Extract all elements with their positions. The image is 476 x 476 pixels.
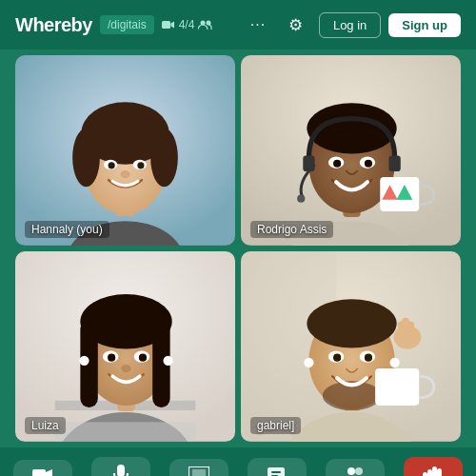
svg-point-46 xyxy=(121,365,130,372)
svg-rect-60 xyxy=(375,368,419,406)
room-name: /digitais xyxy=(108,18,147,31)
svg-point-40 xyxy=(79,356,89,366)
login-button[interactable]: Log in xyxy=(319,12,381,38)
cam-icon xyxy=(32,467,53,476)
tile-hannaly: Hannaly (you) xyxy=(15,55,235,246)
svg-rect-67 xyxy=(32,469,46,476)
svg-point-77 xyxy=(347,467,355,475)
svg-point-14 xyxy=(120,170,129,178)
participant-count: 4/4 xyxy=(162,18,214,31)
svg-point-59 xyxy=(365,353,372,361)
svg-point-25 xyxy=(333,160,341,168)
share-icon xyxy=(188,466,209,476)
count-value: 4/4 xyxy=(179,18,195,31)
people-icon xyxy=(344,466,367,476)
participant-label-rodrigo: Rodrigo Assis xyxy=(250,221,333,238)
leave-icon xyxy=(423,465,444,476)
tile-rodrigo: Rodrigo Assis xyxy=(241,55,461,246)
video-icon xyxy=(162,20,175,30)
svg-rect-21 xyxy=(388,156,400,171)
mic-button[interactable]: Mic xyxy=(91,457,150,476)
header-actions: ··· ⚙ Log in Sign up xyxy=(243,10,461,40)
svg-point-55 xyxy=(389,358,399,367)
svg-rect-68 xyxy=(117,465,125,476)
svg-rect-80 xyxy=(427,469,432,476)
share-button[interactable]: Share xyxy=(169,459,228,476)
chat-icon xyxy=(268,466,287,476)
svg-rect-82 xyxy=(423,472,427,476)
people-button[interactable]: People xyxy=(326,459,385,476)
svg-point-78 xyxy=(355,467,363,475)
participant-label-luiza: Luiza xyxy=(25,417,66,434)
svg-point-12 xyxy=(109,162,115,169)
svg-point-8 xyxy=(72,129,100,187)
gear-icon: ⚙ xyxy=(288,15,303,35)
svg-point-54 xyxy=(304,358,313,367)
svg-point-52 xyxy=(307,299,396,347)
svg-rect-75 xyxy=(271,471,281,473)
logo: Whereby xyxy=(15,14,92,36)
signup-button[interactable]: Sign up xyxy=(388,13,461,37)
svg-point-22 xyxy=(297,195,305,203)
bottom-bar: Cam Mic Share xyxy=(0,447,476,476)
tile-gabriel: gabriel] xyxy=(241,251,461,442)
svg-point-41 xyxy=(163,356,172,366)
svg-point-9 xyxy=(150,129,178,187)
participant-label-gabriel: gabriel] xyxy=(250,417,301,434)
dots-icon: ··· xyxy=(250,16,266,33)
svg-point-26 xyxy=(365,160,372,168)
svg-point-13 xyxy=(137,162,144,169)
svg-point-45 xyxy=(139,353,147,361)
room-tag[interactable]: /digitais xyxy=(100,15,154,34)
svg-rect-79 xyxy=(432,466,437,476)
svg-rect-0 xyxy=(162,21,170,29)
settings-button[interactable]: ⚙ xyxy=(281,10,311,40)
tile-luiza: Luiza xyxy=(15,251,235,442)
svg-rect-81 xyxy=(437,468,442,476)
people-icon xyxy=(198,19,213,30)
svg-rect-74 xyxy=(192,469,206,476)
svg-rect-33 xyxy=(55,422,196,441)
video-grid: Hannaly (you) xyxy=(0,50,476,447)
leave-button[interactable]: Leave xyxy=(404,457,463,476)
header: Whereby /digitais 4/4 ··· ⚙ Log in Sign … xyxy=(0,0,476,50)
svg-point-44 xyxy=(108,353,115,361)
more-button[interactable]: ··· xyxy=(243,10,273,40)
participant-label-hannaly: Hannaly (you) xyxy=(25,221,109,238)
svg-point-58 xyxy=(333,353,341,361)
mic-icon xyxy=(113,465,129,476)
chat-button[interactable]: Chat xyxy=(248,458,307,476)
cam-button[interactable]: Cam xyxy=(13,460,72,476)
